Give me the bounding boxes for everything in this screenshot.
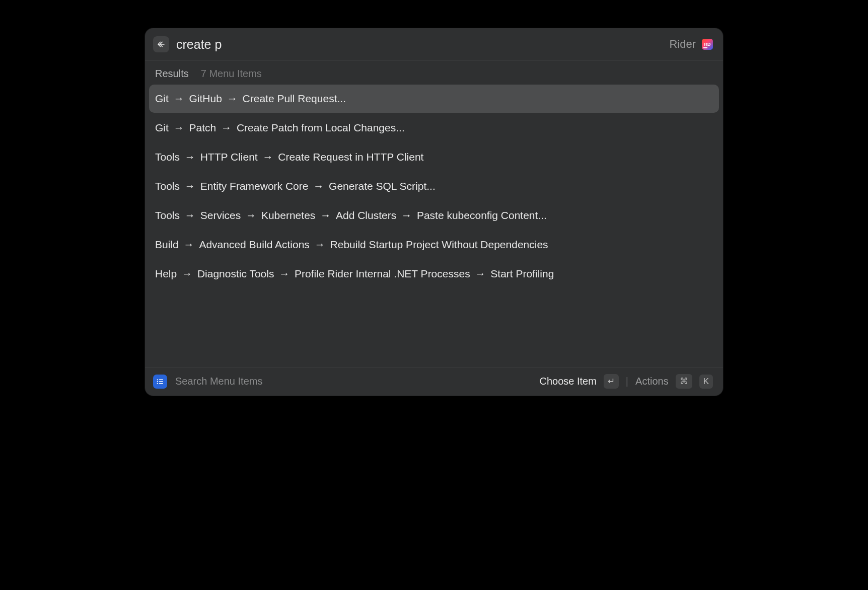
result-item[interactable]: Build → Advanced Build Actions → Rebuild… [149, 231, 719, 259]
result-path-segment: Create Pull Request... [243, 93, 346, 104]
arrow-right-icon: → [276, 268, 293, 279]
result-path-segment: Services [200, 209, 241, 221]
result-item[interactable]: Tools → Services → Kubernetes → Add Clus… [149, 201, 719, 230]
footer: Search Menu Items Choose Item ↵ | Action… [145, 367, 723, 396]
arrow-right-icon: → [179, 268, 195, 279]
result-item[interactable]: Git → Patch → Create Patch from Local Ch… [149, 114, 719, 142]
results-label: Results [155, 68, 189, 80]
arrow-right-icon: → [182, 180, 198, 192]
arrow-right-icon: → [224, 93, 241, 104]
result-path-segment: Add Clusters [336, 209, 396, 221]
rider-app-badge-text: RD [704, 42, 711, 47]
results-subheader: Results 7 Menu Items [145, 61, 723, 85]
result-path-segment: Paste kubeconfig Content... [417, 209, 547, 221]
menu-items-icon [153, 375, 167, 389]
result-path-segment: Tools [155, 151, 180, 163]
results-count: 7 Menu Items [201, 68, 262, 80]
result-item[interactable]: Tools → HTTP Client → Create Request in … [149, 143, 719, 171]
result-item[interactable]: Help → Diagnostic Tools → Profile Rider … [149, 260, 719, 288]
header: Rider RD [145, 28, 723, 61]
arrow-right-icon: → [312, 239, 328, 250]
result-item[interactable]: Git → GitHub → Create Pull Request... [149, 85, 719, 113]
actions-label[interactable]: Actions [635, 376, 669, 387]
arrow-right-icon: → [317, 209, 334, 221]
k-key-badge: K [699, 375, 713, 389]
svg-point-0 [157, 379, 158, 380]
app-name-label: Rider [669, 38, 696, 51]
footer-actions: Choose Item ↵ | Actions ⌘ K [539, 374, 713, 389]
result-path-segment: Git [155, 93, 169, 104]
search-input[interactable] [176, 37, 669, 52]
arrow-right-icon: → [310, 180, 327, 192]
arrow-right-icon: → [182, 209, 198, 221]
result-path-segment: Entity Framework Core [200, 180, 309, 192]
result-path-segment: Git [155, 122, 169, 133]
result-path-segment: Generate SQL Script... [329, 180, 436, 192]
choose-item-label: Choose Item [539, 376, 596, 387]
result-path-segment: GitHub [189, 93, 222, 104]
arrow-right-icon: → [260, 151, 276, 163]
result-path-segment: Rebuild Startup Project Without Dependen… [330, 239, 548, 250]
svg-rect-1 [159, 379, 163, 380]
result-path-segment: Diagnostic Tools [197, 268, 274, 279]
results-list: Git → GitHub → Create Pull Request...Git… [145, 85, 723, 367]
result-item[interactable]: Tools → Entity Framework Core → Generate… [149, 172, 719, 200]
arrow-right-icon: → [218, 122, 235, 133]
svg-rect-3 [159, 381, 163, 382]
result-path-segment: Advanced Build Actions [199, 239, 309, 250]
result-path-segment: Tools [155, 209, 180, 221]
footer-hint: Search Menu Items [175, 376, 539, 387]
result-path-segment: Patch [189, 122, 216, 133]
arrow-right-icon: → [171, 122, 187, 133]
arrow-right-icon: → [182, 151, 198, 163]
result-path-segment: Help [155, 268, 177, 279]
arrow-right-icon: → [243, 209, 259, 221]
result-path-segment: Tools [155, 180, 180, 192]
arrow-right-icon: → [398, 209, 415, 221]
arrow-right-icon: → [171, 93, 187, 104]
result-path-segment: Create Request in HTTP Client [278, 151, 423, 163]
result-path-segment: Kubernetes [261, 209, 315, 221]
footer-divider: | [626, 376, 628, 387]
svg-point-2 [157, 381, 158, 382]
result-path-segment: Start Profiling [490, 268, 554, 279]
result-path-segment: Create Patch from Local Changes... [237, 122, 405, 133]
result-path-segment: HTTP Client [200, 151, 258, 163]
enter-key-badge: ↵ [604, 374, 619, 389]
arrow-right-icon: → [472, 268, 489, 279]
command-palette-window: Rider RD Results 7 Menu Items Git → GitH… [145, 28, 723, 396]
back-button[interactable] [153, 36, 169, 52]
arrow-left-icon [157, 40, 166, 49]
svg-rect-5 [159, 383, 163, 384]
svg-point-4 [157, 383, 158, 384]
rider-app-icon: RD [702, 39, 713, 50]
cmd-key-badge: ⌘ [676, 374, 692, 389]
arrow-right-icon: → [181, 239, 197, 250]
result-path-segment: Profile Rider Internal .NET Processes [295, 268, 470, 279]
result-path-segment: Build [155, 239, 179, 250]
